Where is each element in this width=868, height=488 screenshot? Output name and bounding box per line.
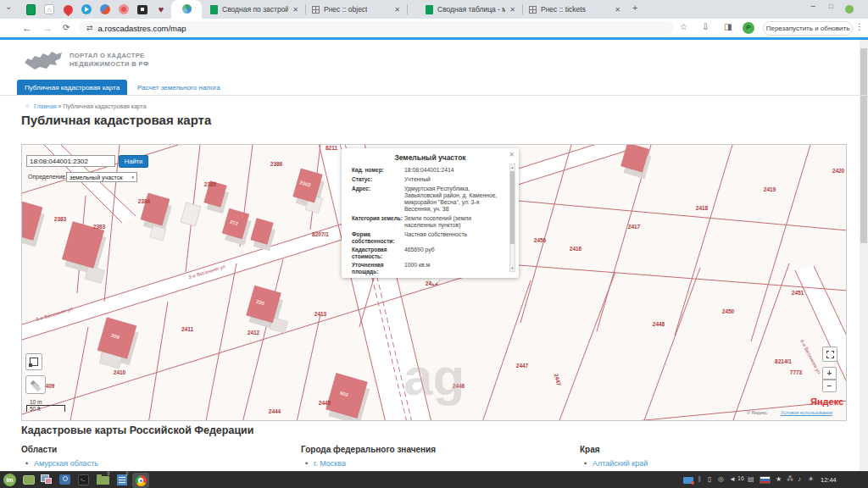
window-minimize-button[interactable]: − xyxy=(810,1,815,11)
terminal-app-icon[interactable]: ›_ xyxy=(78,474,89,485)
zoom-in-button[interactable]: + xyxy=(822,367,837,380)
pinned-tab-home-icon[interactable]: ⌂ xyxy=(42,3,56,16)
browser-menu-icon[interactable]: ⋮ xyxy=(855,22,864,31)
tray-display-icon[interactable] xyxy=(683,477,693,484)
parcel-label: 2456 xyxy=(534,237,546,243)
tab-rnec-object[interactable]: Рнес :: object ✕ xyxy=(307,0,405,19)
cad-number-value: 18:08:044001:2414 xyxy=(404,167,504,174)
map-copyright: © Яндекс xyxy=(747,410,767,415)
url-text: a.roscadastres.com/map xyxy=(98,24,186,33)
printer-icon[interactable]: ▤ xyxy=(748,475,754,483)
pinned-tab-pin-icon[interactable] xyxy=(61,3,75,16)
show-desktop-button[interactable] xyxy=(23,475,35,485)
reload-button[interactable]: ⟳ xyxy=(63,19,70,37)
layers-button[interactable] xyxy=(25,375,46,394)
favorites-icon[interactable]: ★ xyxy=(776,475,782,483)
recorder-icon[interactable]: ◎ xyxy=(718,475,724,483)
popup-scrollbar[interactable]: ▴ ▾ xyxy=(509,164,515,272)
tab-search-icon[interactable]: ⌄ xyxy=(5,2,12,11)
bluetooth-icon[interactable]: ᛒ xyxy=(698,475,702,483)
grid-icon xyxy=(529,6,537,14)
address-value: Удмуртская Республика, Завьяловский райо… xyxy=(404,186,504,213)
forward-button[interactable]: → xyxy=(42,19,53,37)
window-close-button[interactable] xyxy=(845,5,854,14)
photos-app-icon[interactable] xyxy=(41,474,52,485)
popup-title: Земельный участок xyxy=(342,148,519,162)
pinned-tab-dark-icon[interactable] xyxy=(136,3,149,16)
roscadastres-favicon xyxy=(182,4,192,14)
mint-menu-button[interactable]: lm xyxy=(3,474,16,486)
filter-label: Определение: xyxy=(28,174,67,180)
parcel-info-popup: ✕ Земельный участок Кад. номер:18:08:044… xyxy=(342,148,519,278)
profile-avatar[interactable]: P xyxy=(743,22,754,34)
footer-link-moscow[interactable]: г. Москва xyxy=(314,459,346,468)
nav-tab-public-map[interactable]: Публичная кадастровая карта xyxy=(17,80,127,95)
parcel-label: 2412 xyxy=(248,330,259,336)
active-tab[interactable] xyxy=(171,0,202,19)
footer-link-altai[interactable]: Алтайский край xyxy=(593,459,648,468)
parcel-label: 2448 xyxy=(653,321,665,327)
footer-link-amur[interactable]: Амурская область xyxy=(34,459,98,468)
new-tab-button[interactable]: + xyxy=(632,3,637,13)
parcel-label: 2417 xyxy=(628,224,640,230)
parcel-label: 2446 xyxy=(453,383,465,389)
find-button[interactable]: Найти xyxy=(119,155,148,168)
screen: ⌄ ⌂ ♥ Сводная по застройщик ✕ Рнес :: ob… xyxy=(0,0,868,488)
page-top-accent xyxy=(0,37,868,40)
tab-svodnaya-zastr[interactable]: Сводная по застройщик ✕ xyxy=(205,0,303,19)
parcel-label: 8207/1 xyxy=(312,231,329,237)
parcel-label: 2413 xyxy=(314,311,326,317)
yandex-logo[interactable]: Яндекс xyxy=(810,396,843,407)
tab-close-icon[interactable]: ✕ xyxy=(615,6,620,14)
chrome-taskbar-button[interactable] xyxy=(132,473,149,488)
media-icon[interactable]: ♪ xyxy=(798,475,801,483)
tab-svodnaya-tablica[interactable]: Сводная таблица - монит ✕ xyxy=(420,0,520,19)
footer-col-krai: Края xyxy=(580,445,600,454)
street-label: 4-я Весенняя ул xyxy=(799,339,821,375)
object-type-select[interactable]: земельный участок▾ xyxy=(66,172,137,182)
clock[interactable]: 12:44 xyxy=(821,476,837,484)
extent-tool-button[interactable] xyxy=(25,353,42,370)
bookmark-star-icon[interactable]: ☆ xyxy=(680,22,687,31)
site-info-icon[interactable]: ⇄ xyxy=(86,24,93,32)
pinned-tab-mail-icon[interactable] xyxy=(98,3,112,16)
tab-rnec-tickets[interactable]: Рнес :: tickets ✕ xyxy=(524,0,626,19)
parcel-label: 409 xyxy=(46,383,55,389)
battery-icon[interactable]: ▯ xyxy=(708,475,711,483)
pinned-tab-telegram-icon[interactable] xyxy=(80,3,93,16)
window-maximize-button[interactable]: □ xyxy=(829,3,833,10)
popup-close-icon[interactable]: ✕ xyxy=(509,151,515,158)
tab-close-icon[interactable]: ✕ xyxy=(292,6,298,14)
portal-logo xyxy=(23,48,64,74)
download-icon[interactable]: ⇩ xyxy=(702,22,709,31)
tab-close-icon[interactable]: ✕ xyxy=(394,6,400,14)
zoom-out-button[interactable]: − xyxy=(822,380,837,392)
address-bar[interactable]: ⇄ a.roscadastres.com/map xyxy=(80,21,673,35)
pinned-tab-circle-icon[interactable] xyxy=(117,3,131,16)
volume-icon[interactable]: ◄ xyxy=(729,475,736,483)
parcel-label: 2416 xyxy=(570,246,581,252)
home-icon: ⌂ xyxy=(25,103,29,108)
parcel-label: 2363 xyxy=(93,224,105,230)
breadcrumb-home-link[interactable]: Главная xyxy=(34,103,57,109)
screenshot-app-icon[interactable] xyxy=(59,474,70,485)
parcel-label: 2386 xyxy=(270,161,282,167)
language-flag-icon[interactable] xyxy=(760,476,771,484)
fullscreen-button[interactable] xyxy=(822,347,837,362)
page-scrollbar[interactable] xyxy=(860,40,868,471)
files-app-icon[interactable] xyxy=(97,476,109,485)
brightness-icon[interactable]: ☀ xyxy=(808,475,814,483)
parcel-label: 2383 xyxy=(54,216,66,222)
tab-close-icon[interactable]: ✕ xyxy=(509,6,515,14)
street-label: 3-я Весенняя ул xyxy=(36,307,74,323)
sidebar-icon[interactable]: ◨ xyxy=(724,22,732,31)
terms-link[interactable]: Условия использования xyxy=(781,410,832,415)
back-button[interactable]: ← xyxy=(22,19,32,37)
sheets-icon xyxy=(210,5,218,14)
restart-update-button[interactable]: Перезапустить и обновить xyxy=(763,21,853,36)
nav-tab-land-tax[interactable]: Расчет земельного налога xyxy=(137,84,220,92)
pinned-tab-sheets-icon[interactable] xyxy=(24,3,37,16)
cadastre-search-input[interactable] xyxy=(26,155,115,167)
pinned-tab-heart-icon[interactable]: ♥ xyxy=(154,3,168,16)
network-icon[interactable]: ⁂ xyxy=(787,475,793,483)
